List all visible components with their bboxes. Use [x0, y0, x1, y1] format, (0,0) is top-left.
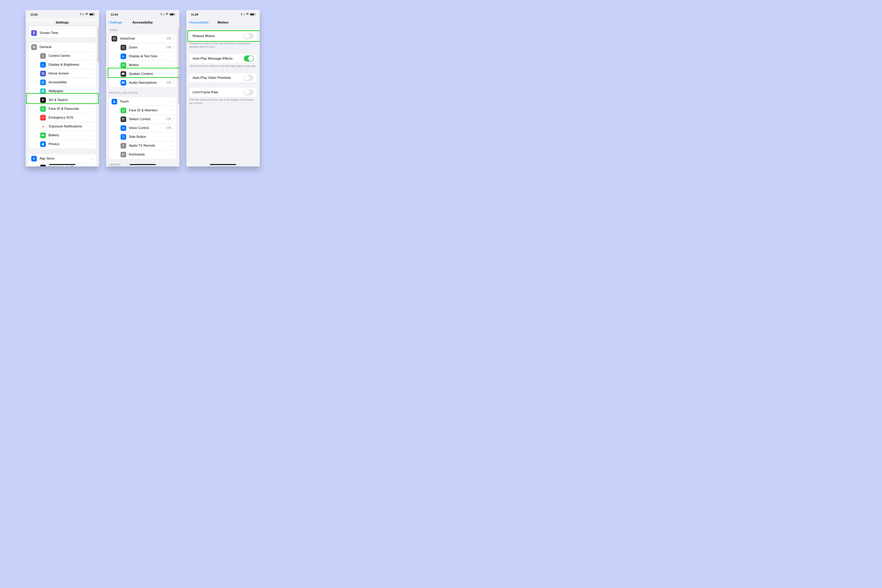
settings-row-siri-search[interactable]: Siri & Search› [38, 96, 96, 104]
toggle-switch[interactable] [244, 56, 254, 62]
settings-row-general[interactable]: General› [29, 43, 96, 51]
apps-icon [40, 71, 46, 76]
toggle-row-reduce-motion[interactable]: Reduce Motion [189, 32, 256, 40]
setting-description: Allows full-screen effects in the Messag… [186, 63, 260, 68]
a11y-row-motion[interactable]: Motion› [118, 61, 176, 69]
settings-row-control-centre[interactable]: Control Centre› [38, 51, 96, 60]
speech-icon [120, 71, 126, 77]
toggle-row-auto-play-video-previews[interactable]: Auto-Play Video Previews [189, 73, 256, 82]
phone-accessibility: 11:24 ‹Settings Accessibility VISIONVoic… [106, 10, 179, 166]
row-label: Keyboards [129, 153, 172, 156]
row-value: Off [166, 117, 171, 121]
status-time: 11:24 [111, 13, 118, 16]
svg-rect-67 [122, 154, 123, 154]
toggle-switch[interactable] [244, 33, 254, 39]
a11y-row-audio-descriptions[interactable]: ADAudio DescriptionsOff› [118, 78, 176, 87]
settings-row-emergency-sos[interactable]: SOSEmergency SOS› [38, 113, 96, 122]
chevron-right-icon: › [92, 124, 93, 129]
svg-rect-66 [123, 154, 124, 155]
svg-point-50 [124, 110, 124, 110]
svg-line-34 [42, 127, 42, 128]
row-label: VoiceOver [120, 37, 166, 40]
a11y-row-face-id-attention[interactable]: Face ID & Attention› [118, 106, 176, 115]
toggle-switch[interactable] [244, 89, 254, 95]
row-label: Motion [129, 63, 172, 67]
battery-icon [250, 13, 255, 15]
home-indicator[interactable] [49, 164, 75, 165]
voice-icon [120, 125, 126, 131]
a11y-row-voice-control[interactable]: Voice ControlOff› [118, 123, 176, 132]
row-label: Switch Control [129, 117, 166, 121]
svg-rect-53 [122, 119, 123, 120]
cellular-icon [161, 13, 164, 15]
svg-rect-11 [44, 73, 45, 74]
sidebutton-icon [120, 134, 126, 140]
settings-row-display-brightness[interactable]: AADisplay & Brightness› [38, 60, 96, 69]
a11y-row-display-text-size[interactable]: AADisplay & Text Size› [118, 52, 176, 61]
chevron-right-icon: › [92, 116, 93, 120]
row-label: General [40, 45, 92, 49]
setting-description: Reduce the motion of the user interface,… [186, 40, 260, 49]
settings-row-battery[interactable]: Battery› [38, 131, 96, 140]
svg-rect-60 [124, 136, 124, 136]
settings-row-privacy[interactable]: Privacy› [38, 140, 96, 148]
a11y-row-spoken-content[interactable]: Spoken Content› [118, 69, 176, 78]
chevron-right-icon: › [92, 63, 93, 67]
row-label: Display & Text Size [129, 54, 172, 58]
row-label: Face ID & Passcode [49, 107, 92, 111]
settings-row-home-screen[interactable]: Home Screen› [38, 69, 96, 78]
row-value: Off [166, 81, 171, 85]
home-indicator[interactable] [210, 164, 236, 165]
svg-rect-35 [42, 135, 44, 136]
svg-rect-8 [44, 72, 45, 73]
aa-icon: AA [120, 54, 126, 59]
row-label: Siri & Search [49, 98, 92, 102]
chevron-right-icon: › [172, 81, 174, 85]
ad-icon: AD [120, 80, 126, 86]
hourglass-icon [31, 30, 37, 36]
a11y-row-voiceover[interactable]: VoiceOverOff› [109, 34, 176, 43]
svg-point-18 [43, 90, 44, 90]
svg-rect-58 [124, 128, 124, 128]
settings-row-exposure-notifications[interactable]: Exposure Notifications› [38, 122, 96, 131]
a11y-row-zoom[interactable]: ZoomOff› [118, 43, 176, 52]
a11y-row-apple-tv-remote[interactable]: Apple TV Remote› [118, 141, 176, 150]
toggle-label: Limit Frame Rate [193, 90, 244, 94]
settings-row-screen-time[interactable]: Screen Time› [29, 28, 96, 37]
home-indicator[interactable] [129, 164, 156, 165]
toggle-switch[interactable] [244, 75, 254, 81]
faceid-icon [120, 108, 126, 113]
svg-point-22 [42, 99, 44, 101]
voiceover-icon [111, 36, 117, 42]
settings-row-app-store[interactable]: App Store› [29, 154, 96, 163]
toggle-row-auto-play-message-effects[interactable]: Auto-Play Message Effects [189, 54, 256, 63]
row-label: Home Screen [49, 72, 92, 75]
status-time: 11:23 [30, 13, 38, 16]
settings-row-accessibility[interactable]: Accessibility› [38, 78, 96, 87]
a11y-row-switch-control[interactable]: Switch ControlOff› [118, 115, 176, 123]
a11y-row-side-button[interactable]: Side Button› [118, 132, 176, 141]
settings-row-face-id-passcode[interactable]: Face ID & Passcode› [38, 104, 96, 113]
toggle-row-limit-frame-rate[interactable]: Limit Frame Rate [189, 88, 256, 97]
row-label: Privacy [49, 142, 92, 146]
svg-line-33 [44, 126, 44, 126]
svg-rect-57 [123, 128, 123, 129]
cellular-icon [80, 13, 84, 15]
svg-point-23 [42, 108, 43, 109]
svg-rect-6 [42, 72, 42, 73]
nav-title: Settings [26, 21, 99, 24]
chevron-right-icon: › [172, 99, 174, 104]
row-value: Off [166, 37, 171, 40]
status-icons [80, 13, 94, 15]
svg-rect-14 [44, 74, 45, 75]
settings-row-wallpaper[interactable]: Wallpaper› [38, 87, 96, 96]
svg-text:A: A [123, 56, 124, 57]
gear-icon [31, 44, 37, 50]
a11y-row-keyboards[interactable]: Keyboards› [118, 150, 176, 159]
section-header: PHYSICAL AND MOTOR [106, 87, 179, 96]
toggle-label: Reduce Motion [193, 34, 244, 38]
svg-line-32 [44, 127, 44, 128]
cellular-icon [241, 13, 244, 15]
a11y-row-touch[interactable]: Touch› [109, 97, 176, 106]
row-label: App Store [40, 157, 92, 160]
